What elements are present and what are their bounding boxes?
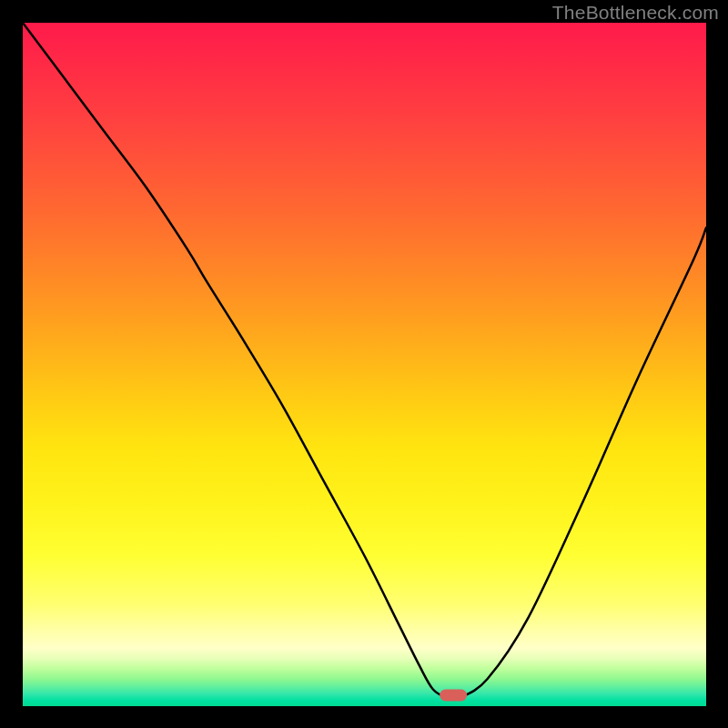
chart-frame: TheBottleneck.com [0,0,728,728]
curve-layer [23,23,706,706]
watermark-text: TheBottleneck.com [552,2,719,24]
bottleneck-curve [23,23,706,699]
min-marker [440,689,467,701]
plot-area [23,23,706,706]
